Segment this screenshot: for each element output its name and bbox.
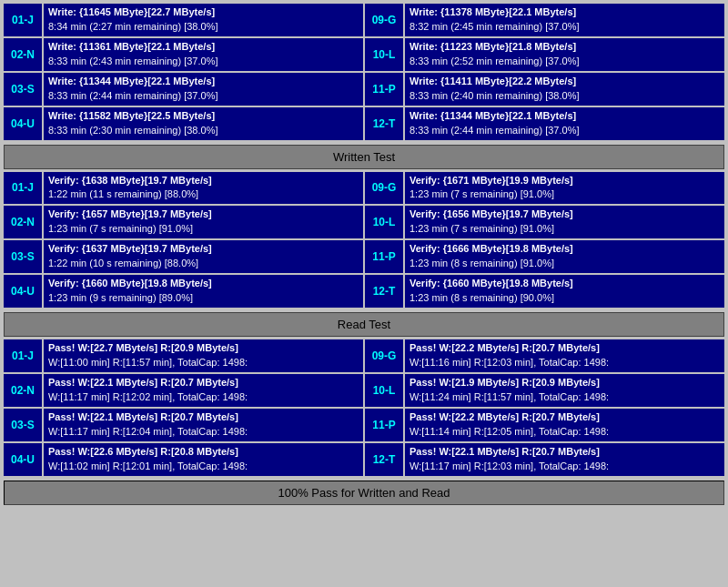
item-content: Verify: {1656 MByte}[19.7 MByte/s]1:23 m… — [405, 206, 724, 238]
item-line2: 8:33 min (2:43 min remaining) [37.0%] — [48, 55, 359, 69]
item-id-label: 12-T — [365, 443, 403, 476]
item-line2: W:[11:17 min] R:[12:04 min], TotalCap: 1… — [48, 425, 359, 440]
item-id-label: 09-G — [365, 339, 403, 372]
item-line1: Verify: {1666 MByte}[19.8 MByte/s] — [410, 242, 720, 257]
item-row: 11-PWrite: {11411 MByte}[22.2 MByte/s]8:… — [365, 73, 724, 106]
item-line2: 8:33 min (2:30 min remaining) [38.0%] — [48, 124, 359, 138]
item-line1: Verify: {1656 MByte}[19.7 MByte/s] — [410, 207, 720, 222]
item-line2: 1:23 min (7 s remaining) [91.0%] — [410, 222, 720, 237]
item-line2: W:[11:17 min] R:[12:02 min], TotalCap: 1… — [48, 390, 359, 405]
item-id-label: 12-T — [365, 275, 403, 308]
item-content: Pass! W:[22.1 MByte/s] R:[20.7 MByte/s]W… — [405, 443, 724, 476]
item-row: 10-LPass! W:[21.9 MByte/s] R:[20.9 MByte… — [365, 374, 724, 407]
item-row: 03-SPass! W:[22.1 MByte/s] R:[20.7 MByte… — [4, 409, 363, 441]
item-row: 01-JPass! W:[22.7 MByte/s] R:[20.9 MByte… — [4, 339, 363, 372]
item-row: 01-JWrite: {11645 MByte}[22.7 MByte/s]8:… — [4, 4, 363, 36]
row-pair: 04-UPass! W:[22.6 MByte/s] R:[20.8 MByte… — [4, 443, 724, 476]
item-line1: Write: {11378 MByte}[22.1 MByte/s] — [410, 5, 720, 20]
item-line2: 8:33 min (2:44 min remaining) [37.0%] — [48, 89, 359, 104]
item-id-label: 01-J — [4, 172, 42, 205]
item-id-label: 02-N — [4, 38, 42, 71]
verify-section: 01-JVerify: {1638 MByte}[19.7 MByte/s]1:… — [4, 172, 724, 310]
item-id-label: 03-S — [4, 409, 42, 441]
item-content: Pass! W:[22.6 MByte/s] R:[20.8 MByte/s]W… — [44, 443, 363, 476]
item-id-label: 09-G — [365, 172, 403, 205]
item-row: 02-NPass! W:[22.1 MByte/s] R:[20.7 MByte… — [4, 374, 363, 407]
item-line1: Verify: {1671 MByte}[19.9 MByte/s] — [410, 174, 720, 188]
item-content: Pass! W:[22.1 MByte/s] R:[20.7 MByte/s]W… — [44, 409, 363, 441]
item-line1: Pass! W:[21.9 MByte/s] R:[20.9 MByte/s] — [410, 376, 720, 390]
item-row: 04-UWrite: {11582 MByte}[22.5 MByte/s]8:… — [4, 107, 363, 140]
item-line2: W:[11:16 min] R:[12:03 min], TotalCap: 1… — [410, 356, 720, 370]
item-line1: Write: {11223 MByte}[21.8 MByte/s] — [410, 40, 720, 55]
item-line1: Pass! W:[22.2 MByte/s] R:[20.7 MByte/s] — [410, 341, 720, 356]
pass-footer: 100% Pass for Written and Read — [4, 481, 724, 505]
item-line1: Write: {11582 MByte}[22.5 MByte/s] — [48, 109, 359, 124]
item-id-label: 02-N — [4, 374, 42, 407]
row-pair: 02-NVerify: {1657 MByte}[19.7 MByte/s]1:… — [4, 206, 724, 238]
item-content: Write: {11582 MByte}[22.5 MByte/s]8:33 m… — [44, 107, 363, 140]
row-pair: 04-UWrite: {11582 MByte}[22.5 MByte/s]8:… — [4, 107, 724, 140]
read-test-divider: Read Test — [4, 312, 724, 337]
item-row: 12-TVerify: {1660 MByte}[19.8 MByte/s]1:… — [365, 275, 724, 308]
item-line1: Pass! W:[22.6 MByte/s] R:[20.8 MByte/s] — [48, 445, 359, 460]
row-pair: 03-SVerify: {1637 MByte}[19.7 MByte/s]1:… — [4, 240, 724, 273]
item-content: Write: {11645 MByte}[22.7 MByte/s]8:34 m… — [44, 4, 363, 36]
item-content: Write: {11361 MByte}[22.1 MByte/s]8:33 m… — [44, 38, 363, 71]
item-id-label: 03-S — [4, 240, 42, 273]
item-line2: 8:33 min (2:52 min remaining) [37.0%] — [410, 55, 720, 69]
item-content: Pass! W:[22.7 MByte/s] R:[20.9 MByte/s]W… — [44, 339, 363, 372]
main-container: 01-JWrite: {11645 MByte}[22.7 MByte/s]8:… — [0, 0, 728, 509]
item-id-label: 09-G — [365, 4, 403, 36]
item-content: Verify: {1660 MByte}[19.8 MByte/s]1:23 m… — [405, 275, 724, 308]
item-line2: W:[11:02 min] R:[12:01 min], TotalCap: 1… — [48, 460, 359, 474]
item-id-label: 04-U — [4, 443, 42, 476]
item-line1: Write: {11361 MByte}[22.1 MByte/s] — [48, 40, 359, 55]
item-line1: Verify: {1637 MByte}[19.7 MByte/s] — [48, 242, 359, 257]
item-content: Pass! W:[21.9 MByte/s] R:[20.9 MByte/s]W… — [405, 374, 724, 407]
item-row: 03-SWrite: {11344 MByte}[22.1 MByte/s]8:… — [4, 73, 363, 106]
item-content: Pass! W:[22.2 MByte/s] R:[20.7 MByte/s]W… — [405, 409, 724, 441]
item-line1: Write: {11645 MByte}[22.7 MByte/s] — [48, 5, 359, 20]
item-line2: 1:23 min (9 s remaining) [89.0%] — [48, 291, 359, 306]
item-line1: Write: {11344 MByte}[22.1 MByte/s] — [48, 75, 359, 89]
item-content: Pass! W:[22.2 MByte/s] R:[20.7 MByte/s]W… — [405, 339, 724, 372]
item-line2: 1:23 min (8 s remaining) [90.0%] — [410, 291, 720, 306]
item-row: 04-UVerify: {1660 MByte}[19.8 MByte/s]1:… — [4, 275, 363, 308]
item-line1: Pass! W:[22.1 MByte/s] R:[20.7 MByte/s] — [48, 376, 359, 390]
item-id-label: 11-P — [365, 73, 403, 106]
item-row: 12-TWrite: {11344 MByte}[22.1 MByte/s]8:… — [365, 107, 724, 140]
item-row: 10-LWrite: {11223 MByte}[21.8 MByte/s]8:… — [365, 38, 724, 71]
item-content: Verify: {1637 MByte}[19.7 MByte/s]1:22 m… — [44, 240, 363, 273]
item-content: Write: {11411 MByte}[22.2 MByte/s]8:33 m… — [405, 73, 724, 106]
item-line1: Verify: {1660 MByte}[19.8 MByte/s] — [410, 277, 720, 291]
item-content: Verify: {1638 MByte}[19.7 MByte/s]1:22 m… — [44, 172, 363, 205]
item-line1: Pass! W:[22.7 MByte/s] R:[20.9 MByte/s] — [48, 341, 359, 356]
item-content: Write: {11344 MByte}[22.1 MByte/s]8:33 m… — [405, 107, 724, 140]
item-row: 02-NWrite: {11361 MByte}[22.1 MByte/s]8:… — [4, 38, 363, 71]
item-line2: W:[11:17 min] R:[12:03 min], TotalCap: 1… — [410, 460, 720, 474]
item-id-label: 12-T — [365, 107, 403, 140]
item-line1: Pass! W:[22.1 MByte/s] R:[20.7 MByte/s] — [48, 410, 359, 425]
item-content: Write: {11344 MByte}[22.1 MByte/s]8:33 m… — [44, 73, 363, 106]
item-line2: 1:23 min (7 s remaining) [91.0%] — [410, 187, 720, 202]
row-pair: 03-SWrite: {11344 MByte}[22.1 MByte/s]8:… — [4, 73, 724, 106]
item-line2: W:[11:14 min] R:[12:05 min], TotalCap: 1… — [410, 425, 720, 440]
item-id-label: 10-L — [365, 38, 403, 71]
item-id-label: 10-L — [365, 374, 403, 407]
row-pair: 01-JPass! W:[22.7 MByte/s] R:[20.9 MByte… — [4, 339, 724, 372]
item-line2: 1:22 min (10 s remaining) [88.0%] — [48, 257, 359, 271]
item-line1: Pass! W:[22.2 MByte/s] R:[20.7 MByte/s] — [410, 410, 720, 425]
row-pair: 02-NPass! W:[22.1 MByte/s] R:[20.7 MByte… — [4, 374, 724, 407]
item-line2: 8:34 min (2:27 min remaining) [38.0%] — [48, 20, 359, 35]
item-content: Verify: {1660 MByte}[19.8 MByte/s]1:23 m… — [44, 275, 363, 308]
item-id-label: 10-L — [365, 206, 403, 238]
row-pair: 01-JWrite: {11645 MByte}[22.7 MByte/s]8:… — [4, 4, 724, 36]
item-id-label: 01-J — [4, 339, 42, 372]
item-row: 04-UPass! W:[22.6 MByte/s] R:[20.8 MByte… — [4, 443, 363, 476]
item-row: 03-SVerify: {1637 MByte}[19.7 MByte/s]1:… — [4, 240, 363, 273]
item-row: 12-TPass! W:[22.1 MByte/s] R:[20.7 MByte… — [365, 443, 724, 476]
item-line2: 8:32 min (2:45 min remaining) [37.0%] — [410, 20, 720, 35]
item-row: 10-LVerify: {1656 MByte}[19.7 MByte/s]1:… — [365, 206, 724, 238]
item-row: 02-NVerify: {1657 MByte}[19.7 MByte/s]1:… — [4, 206, 363, 238]
